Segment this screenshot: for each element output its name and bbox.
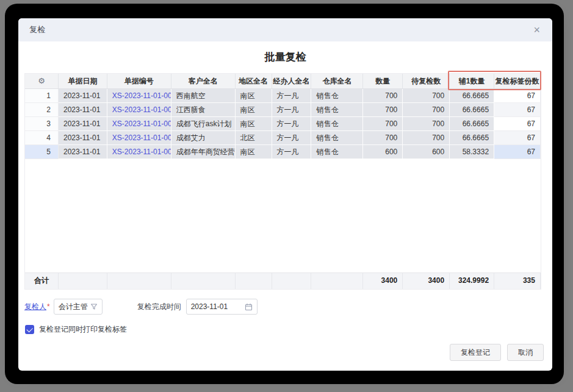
table-row[interactable]: 52023-11-01XS-2023-11-01-00051成都年年商贸经营部南…	[25, 145, 541, 159]
cell-region: 南区	[236, 145, 272, 159]
total-cell-date	[59, 273, 107, 289]
total-cell-handler	[272, 273, 312, 289]
total-label-cell: 合计	[25, 273, 59, 289]
row-index-cell: 2	[25, 103, 59, 117]
cell-warehouse: 销售仓	[311, 89, 363, 103]
print-label-row: 复检登记同时打印复检标签	[25, 324, 552, 335]
cell-pending: 700	[403, 131, 450, 145]
column-header-date: 单据日期	[59, 74, 107, 89]
cell-pending: 700	[403, 103, 450, 117]
cell-customer: 西南航空	[171, 89, 236, 103]
doc-number-link[interactable]: XS-2023-11-01-00049	[112, 119, 171, 128]
column-header-customer: 客户全名	[171, 74, 236, 89]
column-header-aux_qty: 辅1数量	[450, 74, 494, 89]
cell-qty: 700	[363, 117, 403, 131]
cell-aux_qty: 66.6665	[450, 117, 494, 131]
filter-funnel-icon	[90, 303, 98, 310]
column-header-pending: 待复检数	[403, 74, 450, 89]
total-cell-labels: 335	[494, 273, 541, 289]
total-cell-customer	[171, 273, 236, 289]
column-settings-cell: ⚙	[25, 74, 59, 89]
cell-warehouse: 销售仓	[311, 103, 363, 117]
cell-aux_qty: 58.3332	[450, 145, 494, 159]
table-body: 12023-11-01XS-2023-11-01-00047西南航空南区方一凡销…	[25, 89, 541, 159]
finish-time-value: 2023-11-01	[191, 302, 245, 311]
total-cell-region	[236, 273, 272, 289]
total-cell-aux_qty: 324.9992	[450, 273, 494, 289]
cell-customer: 成都飞行ask计划	[171, 117, 236, 131]
gear-icon[interactable]: ⚙	[38, 74, 45, 88]
label-count-cell[interactable]: 67	[494, 117, 541, 131]
table-empty-area	[25, 159, 541, 273]
label-count-cell[interactable]: 67	[494, 145, 541, 159]
table-row[interactable]: 22023-11-01XS-2023-11-01-00048江西膳食南区方一凡销…	[25, 103, 541, 117]
cancel-button[interactable]: 取消	[507, 344, 544, 361]
cell-qty: 600	[363, 145, 403, 159]
cell-warehouse: 销售仓	[311, 131, 363, 145]
page-title: 批量复检	[18, 50, 552, 65]
cell-date: 2023-11-01	[59, 89, 107, 103]
cell-doc_no: XS-2023-11-01-00047	[107, 89, 171, 103]
dialog-title: 复检	[29, 24, 45, 35]
label-count-cell[interactable]: 67	[494, 89, 541, 103]
cell-warehouse: 销售仓	[311, 145, 363, 159]
doc-number-link[interactable]: XS-2023-11-01-00051	[112, 148, 171, 156]
cell-handler: 方一凡	[272, 131, 312, 145]
table-row[interactable]: 32023-11-01XS-2023-11-01-00049成都飞行ask计划南…	[25, 117, 541, 131]
calendar-icon	[245, 303, 253, 311]
inspector-form-row: 复检人 * 会计主管 复检完成时间 2023-11-01	[24, 299, 552, 315]
cell-pending: 600	[403, 145, 450, 159]
dialog-footer: 复检登记 取消	[450, 344, 544, 361]
cell-qty: 700	[363, 103, 403, 117]
cell-region: 南区	[236, 117, 272, 131]
row-index-cell: 3	[25, 117, 59, 131]
cell-qty: 700	[363, 89, 403, 103]
cell-doc_no: XS-2023-11-01-00051	[107, 145, 171, 159]
dialog-header: 复检 ×	[18, 18, 552, 41]
cell-doc_no: XS-2023-11-01-00050	[107, 131, 171, 145]
column-header-labels: 复检标签份数	[494, 74, 541, 89]
batch-recheck-table: ⚙ 单据日期单据编号客户全名地区全名经办人全名仓库全名数量待复检数辅1数量复检标…	[24, 73, 541, 290]
required-mark: *	[47, 302, 50, 311]
cell-customer: 成都艾力	[171, 131, 236, 145]
cell-aux_qty: 66.6665	[450, 131, 494, 145]
cell-region: 北区	[236, 131, 272, 145]
column-header-region: 地区全名	[236, 74, 272, 89]
row-index-cell: 4	[25, 131, 59, 145]
table-row[interactable]: 12023-11-01XS-2023-11-01-00047西南航空南区方一凡销…	[25, 89, 541, 103]
label-count-cell[interactable]: 67	[494, 131, 541, 145]
cell-region: 南区	[236, 103, 272, 117]
cell-region: 南区	[236, 89, 272, 103]
inspector-value: 会计主管	[59, 302, 90, 312]
cell-date: 2023-11-01	[59, 145, 107, 159]
doc-number-link[interactable]: XS-2023-11-01-00048	[112, 105, 171, 114]
table-total-row: 合计34003400324.9992335	[25, 273, 541, 289]
cell-doc_no: XS-2023-11-01-00049	[107, 117, 171, 131]
total-cell-pending: 3400	[403, 273, 450, 289]
cell-customer: 江西膳食	[171, 103, 236, 117]
cell-handler: 方一凡	[272, 89, 312, 103]
table-header-row: ⚙ 单据日期单据编号客户全名地区全名经办人全名仓库全名数量待复检数辅1数量复检标…	[25, 74, 541, 89]
cell-pending: 700	[403, 89, 450, 103]
recheck-dialog: 复检 × 批量复检 ⚙ 单据日期单据编号客户全名地区全名经办人全名仓库全名数量待…	[18, 18, 552, 371]
cell-handler: 方一凡	[272, 117, 312, 131]
finish-time-label: 复检完成时间	[137, 302, 181, 312]
finish-time-input[interactable]: 2023-11-01	[186, 299, 258, 315]
cell-date: 2023-11-01	[59, 131, 107, 145]
table-row[interactable]: 42023-11-01XS-2023-11-01-00050成都艾力北区方一凡销…	[25, 131, 541, 145]
inspector-label[interactable]: 复检人	[24, 302, 46, 312]
cell-qty: 700	[363, 131, 403, 145]
cell-pending: 700	[403, 117, 450, 131]
label-count-cell[interactable]: 67	[494, 103, 541, 117]
recheck-register-button[interactable]: 复检登记	[450, 344, 501, 361]
print-label-checkbox[interactable]	[25, 325, 34, 334]
inspector-select[interactable]: 会计主管	[54, 299, 103, 315]
cell-aux_qty: 66.6665	[450, 89, 494, 103]
cell-handler: 方一凡	[272, 145, 312, 159]
doc-number-link[interactable]: XS-2023-11-01-00050	[112, 134, 171, 142]
close-icon[interactable]: ×	[533, 24, 540, 35]
doc-number-link[interactable]: XS-2023-11-01-00047	[112, 91, 171, 100]
cell-aux_qty: 66.6665	[450, 103, 494, 117]
column-header-warehouse: 仓库全名	[311, 74, 363, 89]
cell-date: 2023-11-01	[59, 117, 107, 131]
